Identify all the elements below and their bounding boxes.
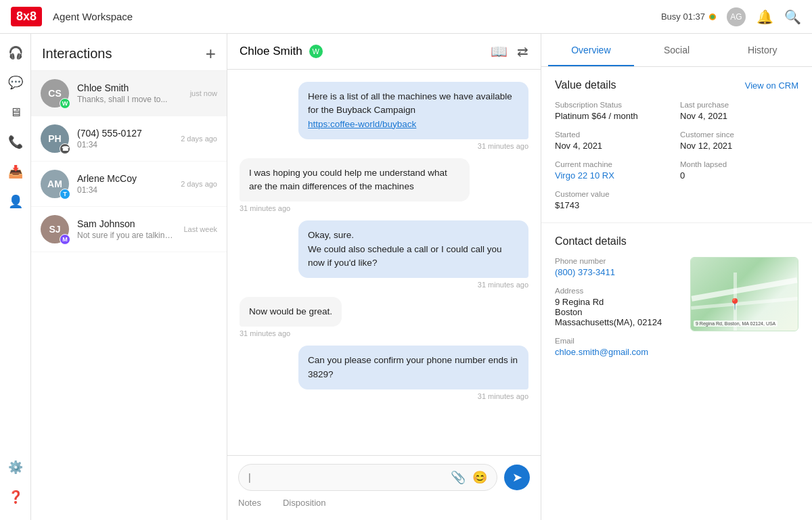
contact-info-arlene: Arlene McCoy 01:34 [77, 173, 173, 195]
detail-customer-since: Customer since Nov 12, 2021 [680, 131, 798, 151]
agent-initials: AG [730, 12, 742, 22]
chat-contact-name: Chloe Smith [240, 45, 302, 58]
search-icon[interactable]: 🔍 [784, 9, 801, 25]
settings-icon[interactable]: ⚙️ [3, 455, 28, 479]
avatar-chloe: CS W [41, 79, 69, 108]
value-current-machine[interactable]: Virgo 22 10 RX [555, 170, 673, 181]
email-value[interactable]: chloe.smith@gmail.com [555, 347, 681, 357]
contact-time-arlene: 2 days ago [181, 180, 217, 188]
message-row-m3: Okay, sure.We could also schedule a call… [240, 220, 528, 289]
nav-chat-icon[interactable]: 💬 [3, 70, 28, 95]
view-on-crm-link[interactable]: View on CRM [745, 80, 798, 91]
left-nav: 🎧 💬 🖥 📞 📥 👤 ⚙️ ❓ [0, 34, 31, 520]
chat-input-field[interactable] [248, 472, 444, 483]
add-interaction-button[interactable]: + [206, 45, 216, 62]
transfer-icon[interactable]: ⇄ [517, 43, 528, 60]
value-details-header: Value details View on CRM [555, 79, 798, 91]
chat-input-row: 📎 😊 [238, 464, 497, 491]
logo-badge: 8x8 [11, 7, 42, 26]
address-line2: Boston [555, 307, 681, 317]
channel-badge-whatsapp: W [60, 98, 70, 109]
contact-list: CS W Chloe Smith Thanks, shall I move to… [31, 71, 227, 520]
detail-month-lapsed: Month lapsed 0 [680, 160, 798, 181]
tab-history[interactable]: History [719, 34, 805, 66]
value-customer-value: $1743 [555, 200, 673, 210]
value-details-grid: Subscription Status Platinum $64 / month… [555, 101, 798, 210]
value-customer-since: Nov 12, 2021 [680, 141, 798, 151]
phone-value[interactable]: (800) 373-3411 [555, 267, 681, 277]
tab-notes[interactable]: Notes [238, 498, 261, 512]
contact-item-phone[interactable]: PH ☎ (704) 555-0127 01:34 2 days ago [31, 116, 227, 162]
contact-preview-arlene: 01:34 [77, 185, 173, 195]
contact-and-map: Phone number (800) 373-3411 Address 9 Re… [555, 257, 798, 367]
avatar-sam: SJ M [41, 215, 69, 243]
tab-disposition[interactable]: Disposition [283, 498, 326, 512]
contact-item-arlene[interactable]: AM T Arlene McCoy 01:34 2 days ago [31, 162, 227, 207]
nav-inbox-icon[interactable]: 📥 [3, 160, 28, 184]
address-line3: Massachusetts(MA), 02124 [555, 317, 681, 327]
contact-name-phone: (704) 555-0127 [77, 128, 173, 139]
agent-avatar[interactable]: AG [727, 7, 746, 26]
label-month-lapsed: Month lapsed [680, 160, 798, 168]
topbar: 8x8 Agent Workspace Busy 01:37 AG 🔔 🔍 [0, 0, 812, 34]
app-title: Agent Workspace [53, 11, 661, 22]
bubble-m1: Here is a list of all the machines we ha… [298, 82, 528, 139]
status-indicator[interactable]: Busy 01:37 [661, 11, 716, 22]
status-dot [709, 14, 716, 20]
message-time-m4: 31 minutes ago [240, 329, 290, 337]
bubble-m5: Can you please confirm your phone number… [298, 346, 528, 389]
nav-headphone-icon[interactable]: 🎧 [3, 41, 28, 65]
contact-name-chloe: Chloe Smith [77, 82, 182, 93]
messages-area: Here is a list of all the machines we ha… [227, 70, 541, 455]
bubble-m4: Now would be great. [240, 297, 342, 327]
channel-badge-phone: ☎ [60, 143, 70, 154]
tab-overview[interactable]: Overview [548, 34, 634, 66]
label-last-purchase: Last purchase [680, 101, 798, 109]
address-label: Address [555, 287, 681, 295]
right-panel: Overview Social History Value details Vi… [541, 34, 812, 520]
attach-icon[interactable]: 📎 [451, 470, 466, 485]
detail-started: Started Nov 4, 2021 [555, 131, 673, 151]
nav-phone-icon[interactable]: 📞 [3, 130, 28, 154]
tab-social[interactable]: Social [634, 34, 720, 66]
bubble-m3: Okay, sure.We could also schedule a call… [298, 220, 528, 278]
nav-video-icon[interactable]: 🖥 [3, 100, 28, 124]
book-icon[interactable]: 📖 [491, 43, 508, 60]
message-row-m4: Now would be great. 31 minutes ago [240, 297, 528, 337]
interactions-panel: Interactions + CS W Chloe Smith Thanks, … [31, 34, 227, 520]
value-details-section: Value details View on CRM Subscription S… [541, 67, 812, 223]
message-time-m3: 31 minutes ago [478, 281, 528, 289]
contact-item-sam[interactable]: SJ M Sam Johnson Not sure if you are tal… [31, 207, 227, 252]
address-detail: Address 9 Regina Rd Boston Massachusetts… [555, 287, 681, 327]
status-text: Busy 01:37 [661, 11, 705, 22]
chat-header: Chloe Smith W 📖 ⇄ [227, 34, 541, 70]
value-month-lapsed: 0 [680, 170, 798, 181]
emoji-icon[interactable]: 😊 [472, 470, 487, 485]
contact-time-chloe: just now [190, 89, 217, 97]
send-button[interactable]: ➤ [504, 465, 530, 490]
topbar-right: Busy 01:37 AG 🔔 🔍 [661, 7, 801, 26]
detail-subscription: Subscription Status Platinum $64 / month [555, 101, 673, 121]
detail-last-purchase: Last purchase Nov 4, 2021 [680, 101, 798, 121]
email-detail: Email chloe.smith@gmail.com [555, 337, 681, 357]
contact-preview-sam: Not sure if you are talking... [77, 231, 175, 240]
map-pin-icon: 📍 [728, 298, 742, 310]
contact-item-chloe[interactable]: CS W Chloe Smith Thanks, shall I move to… [31, 71, 227, 116]
help-icon[interactable]: ❓ [3, 485, 28, 509]
contact-preview-chloe: Thanks, shall I move to... [77, 95, 182, 104]
contact-time-sam: Last week [183, 225, 217, 233]
label-current-machine: Current machine [555, 160, 673, 168]
chat-panel: Chloe Smith W 📖 ⇄ Here is a list of all … [227, 34, 541, 520]
contact-preview-phone: 01:34 [77, 140, 173, 149]
phone-label: Phone number [555, 257, 681, 265]
value-last-purchase: Nov 4, 2021 [680, 111, 798, 121]
label-customer-value: Customer value [555, 190, 673, 198]
channel-badge-messenger: M [60, 234, 70, 245]
right-tabs: Overview Social History [541, 34, 812, 67]
detail-customer-value: Customer value $1743 [555, 190, 673, 210]
message-time-m1: 31 minutes ago [478, 142, 528, 150]
notification-icon[interactable]: 🔔 [757, 9, 773, 25]
chat-input-area: 📎 😊 ➤ Notes Disposition [227, 455, 541, 520]
link-m1[interactable]: https:coffee-world/buyback [308, 119, 416, 129]
nav-contact-icon[interactable]: 👤 [3, 189, 28, 214]
